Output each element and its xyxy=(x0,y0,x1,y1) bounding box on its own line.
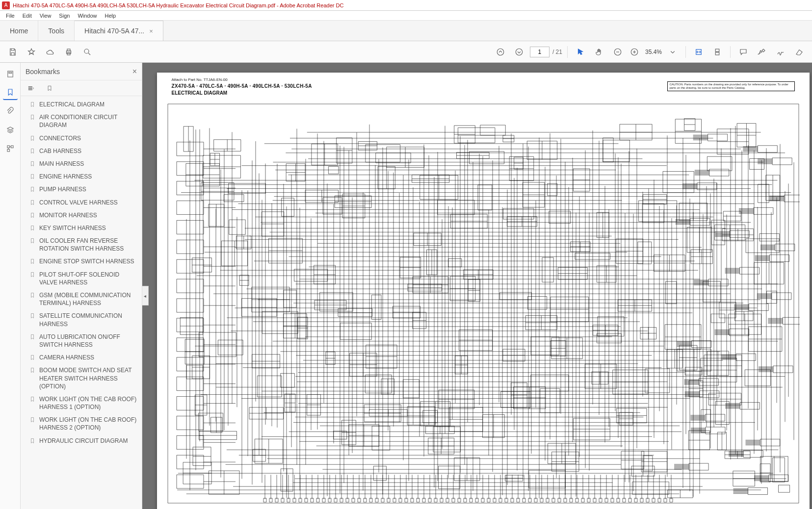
bookmark-options-icon[interactable] xyxy=(26,83,36,94)
svg-rect-530 xyxy=(715,401,729,424)
bookmark-label: WORK LIGHT (ON THE CAB ROOF) HARNESS 2 (… xyxy=(39,416,138,432)
panel-close-icon[interactable]: × xyxy=(132,67,137,76)
bookmark-item[interactable]: WORK LIGHT (ON THE CAB ROOF) HARNESS 2 (… xyxy=(24,413,142,434)
bookmark-item[interactable]: OIL COOLER FAN REVERSE ROTATION SWITCH H… xyxy=(24,234,142,255)
print-icon[interactable] xyxy=(61,44,77,60)
svg-rect-550 xyxy=(433,427,460,452)
bookmark-item[interactable]: WORK LIGHT (ON THE CAB ROOF) HARNESS 1 (… xyxy=(24,393,142,413)
fit-width-icon[interactable] xyxy=(691,44,707,60)
svg-rect-403 xyxy=(707,156,732,171)
page-header-text: Attach to Part No. TTJA6-EN-00 xyxy=(172,77,228,82)
layers-icon[interactable] xyxy=(3,123,18,137)
svg-rect-2 xyxy=(67,52,70,55)
svg-rect-24 xyxy=(28,89,32,90)
svg-line-4 xyxy=(88,53,90,55)
comment-icon[interactable] xyxy=(735,44,751,60)
menu-file[interactable]: File xyxy=(2,12,19,20)
bookmark-item[interactable]: CONTROL VALVE HARNESS xyxy=(24,196,142,209)
save-icon[interactable] xyxy=(5,44,21,60)
page-nav: / 21 xyxy=(493,44,562,60)
panel-collapse-handle[interactable]: ◂ xyxy=(142,286,149,305)
bookmark-label: MAIN HARNESS xyxy=(39,160,138,168)
caution-box: CAUTION: Parts numbers on the drawing ar… xyxy=(667,81,795,91)
bookmark-ribbon-icon xyxy=(29,173,35,180)
bookmark-item[interactable]: AIR CONDITIONER CIRCUIT DIAGRAM xyxy=(24,111,142,131)
svg-rect-251 xyxy=(257,376,282,397)
bookmark-ribbon-icon xyxy=(29,114,35,121)
bookmark-item[interactable]: CAMERA HARNESS xyxy=(24,351,142,364)
menu-edit[interactable]: Edit xyxy=(19,12,36,20)
sign-icon[interactable] xyxy=(773,44,788,60)
page-up-icon[interactable] xyxy=(493,44,508,60)
zoom-in-icon[interactable] xyxy=(627,44,642,60)
svg-rect-394 xyxy=(218,340,243,355)
left-rail xyxy=(0,63,21,509)
highlight-icon[interactable] xyxy=(754,44,770,60)
svg-rect-741 xyxy=(783,317,800,324)
svg-rect-602 xyxy=(437,200,474,215)
bookmark-ribbon-icon xyxy=(29,292,35,299)
bookmarks-list[interactable]: ELECTRICAL DIAGRAMAIR CONDITIONER CIRCUI… xyxy=(21,96,142,509)
bookmark-item[interactable]: CAB HARNESS xyxy=(24,145,142,157)
electrical-diagram xyxy=(167,103,800,504)
svg-rect-486 xyxy=(758,184,769,203)
tab-home-label: Home xyxy=(10,27,28,35)
svg-rect-720 xyxy=(708,279,728,286)
model-tree-icon[interactable] xyxy=(3,141,18,156)
bookmark-ribbon-icon xyxy=(29,237,35,244)
close-icon[interactable]: × xyxy=(149,27,153,35)
menu-view[interactable]: View xyxy=(36,12,55,20)
bookmark-item[interactable]: PUMP HARNESS xyxy=(24,183,142,196)
bookmark-find-icon[interactable] xyxy=(44,83,55,94)
tab-tools[interactable]: Tools xyxy=(38,21,75,41)
page-down-icon[interactable] xyxy=(511,44,527,60)
attachments-icon[interactable] xyxy=(3,104,18,119)
zoom-out-icon[interactable] xyxy=(610,44,626,60)
document-viewer[interactable]: ◂ Attach to Part No. TTJA6-EN-00 ZX470-5… xyxy=(142,63,812,509)
scroll-mode-icon[interactable] xyxy=(709,44,725,60)
cloud-icon[interactable] xyxy=(42,44,58,60)
svg-rect-17 xyxy=(7,146,10,148)
bookmark-item[interactable]: BOOM MODE SWITCH AND SEAT HEATER SWITCH … xyxy=(24,364,142,393)
bookmark-item[interactable]: MAIN HARNESS xyxy=(24,157,142,170)
bookmarks-title: Bookmarks xyxy=(26,68,60,76)
bookmark-item[interactable]: KEY SWITCH HARNESS xyxy=(24,222,142,234)
svg-rect-590 xyxy=(703,281,720,302)
svg-rect-483 xyxy=(375,153,410,163)
page-title-text: ZX470-5A · 470LC-5A · 490H-5A · 490LCH-5… xyxy=(172,83,312,89)
search-icon[interactable] xyxy=(79,44,95,60)
bookmark-item[interactable]: ENGINE STOP SWITCH HARNESS xyxy=(24,255,142,268)
svg-rect-605 xyxy=(323,198,342,214)
bookmark-item[interactable]: HYDRAULIC CIRCUIT DIAGRAM xyxy=(24,434,142,447)
chevron-down-icon[interactable] xyxy=(665,44,681,60)
menu-help[interactable]: Help xyxy=(101,12,120,20)
tab-document[interactable]: Hitachi 470-5A 47... × xyxy=(75,21,163,41)
svg-rect-449 xyxy=(328,166,339,174)
svg-rect-1 xyxy=(67,49,70,51)
svg-rect-650 xyxy=(772,158,792,165)
erase-icon[interactable] xyxy=(791,44,807,60)
svg-rect-313 xyxy=(280,373,294,387)
page-number-input[interactable] xyxy=(530,47,550,57)
tab-home[interactable]: Home xyxy=(0,21,38,41)
svg-rect-18 xyxy=(11,146,13,148)
bookmark-item[interactable]: ENGINE HARNESS xyxy=(24,170,142,183)
bookmark-item[interactable]: MONITOR HARNESS xyxy=(24,209,142,222)
bookmark-item[interactable]: PILOT SHUT-OFF SOLENOID VALVE HARNESS xyxy=(24,268,142,289)
menu-sign[interactable]: Sign xyxy=(55,12,74,20)
bookmark-item[interactable]: AUTO LUBRICATION ON/OFF SWITCH HARNESS xyxy=(24,331,142,351)
bookmark-item[interactable]: ELECTRICAL DIAGRAM xyxy=(24,98,142,111)
bookmark-item[interactable]: SATELLITE COMMUNICATION HARNESS xyxy=(24,309,142,330)
bookmark-label: BOOM MODE SWITCH AND SEAT HEATER SWITCH … xyxy=(39,366,138,390)
thumbnails-icon[interactable] xyxy=(3,67,18,81)
bookmark-item[interactable]: GSM (MOBILE COMMUNICATION TERMINAL) HARN… xyxy=(24,289,142,309)
pointer-icon[interactable] xyxy=(573,44,588,60)
hand-icon[interactable] xyxy=(591,44,607,60)
menu-window[interactable]: Window xyxy=(74,12,101,20)
bookmarks-icon[interactable] xyxy=(3,85,18,100)
star-icon[interactable] xyxy=(24,44,39,60)
bookmark-ribbon-icon xyxy=(29,271,35,278)
zoom-value-label: 35.4% xyxy=(643,49,664,55)
bookmark-item[interactable]: CONNECTORS xyxy=(24,132,142,145)
svg-rect-242 xyxy=(499,292,531,300)
